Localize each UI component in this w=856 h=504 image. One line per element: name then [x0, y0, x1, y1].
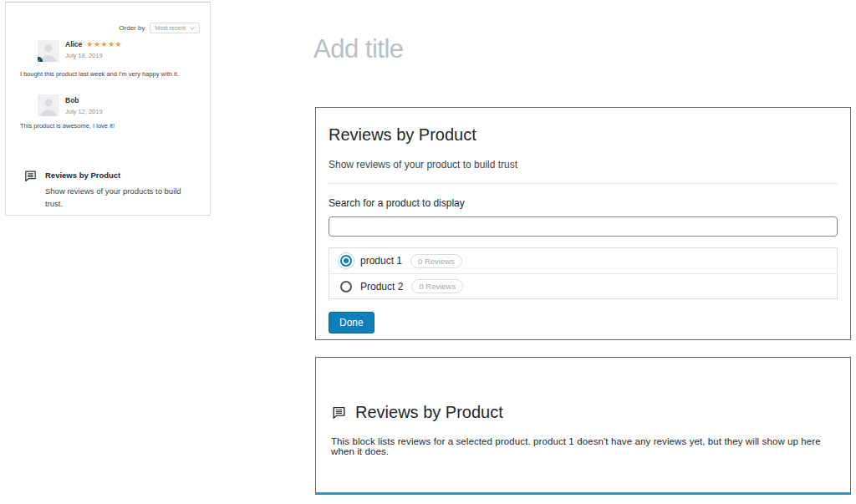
block-description-label: Show reviews of your products to build t… — [45, 186, 201, 210]
radio-unselected[interactable] — [340, 281, 352, 293]
divider — [329, 183, 838, 184]
review-date: July 12, 2019 — [65, 108, 103, 115]
person-silhouette-icon — [38, 94, 59, 116]
review-count-badge: 0 Reviews — [411, 279, 463, 293]
block-heading: Reviews by Product — [331, 403, 835, 422]
reviews-block-preview-card: Order by Most recent ✓ Alice★★★★★ July 1… — [5, 2, 211, 216]
reviewer-name: Bob — [65, 96, 84, 104]
order-by-select[interactable]: Most recent — [150, 23, 200, 33]
product-search-label: Search for a product to display — [329, 197, 838, 209]
chevron-down-icon — [190, 27, 195, 30]
post-title-placeholder[interactable]: Add title — [313, 34, 404, 64]
reviews-by-product-settings-panel: Reviews by Product Show reviews of your … — [315, 107, 851, 340]
review-count-badge: 0 Reviews — [410, 254, 462, 268]
review-bubble-icon — [331, 405, 347, 420]
order-by-label: Order by — [119, 24, 145, 32]
panel-title: Reviews by Product — [329, 125, 838, 145]
review-bubble-icon — [23, 169, 38, 183]
order-by-selected-value: Most recent — [155, 25, 186, 31]
block-title: Reviews by Product — [355, 403, 503, 422]
star-rating: ★★★★★ — [86, 40, 122, 48]
review-date: July 18, 2019 — [65, 52, 103, 59]
product-option-row[interactable]: product 1 0 Reviews — [329, 248, 837, 273]
product-option-row[interactable]: Product 2 0 Reviews — [329, 273, 837, 298]
product-option-label: Product 2 — [360, 281, 403, 293]
review-text: I bought this product last week and I'm … — [20, 70, 179, 78]
block-empty-description: This block lists reviews for a selected … — [331, 436, 835, 456]
block-name-label: Reviews by Product — [45, 171, 120, 180]
reviewer-name-text: Bob — [65, 96, 79, 104]
panel-subtitle: Show reviews of your product to build tr… — [329, 159, 838, 171]
radio-selected[interactable] — [340, 255, 352, 267]
product-option-label: product 1 — [360, 255, 402, 267]
reviewer-name-text: Alice — [65, 40, 82, 48]
review-text: This product is awesome, I love it! — [20, 122, 115, 130]
product-search-input[interactable] — [329, 216, 838, 237]
avatar: ✓ — [38, 40, 59, 62]
reviews-by-product-block[interactable]: Reviews by Product This block lists revi… — [315, 357, 851, 495]
order-by-row: Order by Most recent — [119, 23, 200, 33]
avatar — [38, 94, 59, 116]
done-button[interactable]: Done — [329, 312, 374, 333]
reviewer-name: Alice★★★★★ — [65, 40, 122, 48]
product-list: product 1 0 Reviews Product 2 0 Reviews — [329, 247, 838, 299]
